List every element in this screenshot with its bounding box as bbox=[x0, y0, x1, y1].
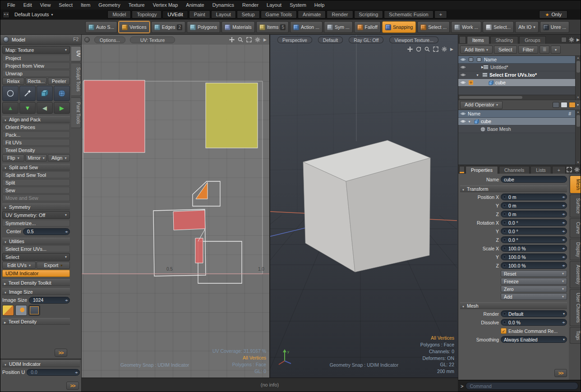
uv-canvas[interactable]: 0.5 1.0 UV Coverage: 31.9167 %All Vertic… bbox=[82, 45, 269, 378]
magnifier-icon[interactable] bbox=[238, 37, 243, 42]
cube-tool-icon[interactable] bbox=[37, 86, 53, 101]
channel-dot-icon[interactable] bbox=[503, 312, 506, 315]
toolbar-button[interactable]: Materials bbox=[221, 21, 255, 33]
uv-symmetry-dropdown[interactable]: UV Symmetry: Off bbox=[2, 211, 70, 219]
unwrap-button[interactable]: Peeler bbox=[48, 78, 70, 85]
menu-item[interactable]: View bbox=[36, 0, 55, 9]
channel-input[interactable]: 100.0 % bbox=[501, 245, 567, 252]
grid-map-icon[interactable] bbox=[28, 305, 40, 316]
properties-side-tab[interactable]: Assembly bbox=[570, 261, 581, 288]
toolbar-button[interactable]: Select ... bbox=[417, 21, 450, 33]
toolbar-button[interactable]: Edges 2 bbox=[151, 21, 185, 33]
layout-tab[interactable]: Animate bbox=[298, 10, 326, 18]
layout-tab[interactable]: Layout bbox=[211, 10, 236, 18]
tab-stub-icon[interactable] bbox=[459, 166, 465, 174]
eye-icon[interactable] bbox=[460, 73, 466, 77]
layout-tab[interactable]: Schematic Fusion bbox=[384, 10, 433, 18]
hamburger-menu-icon[interactable] bbox=[540, 46, 549, 54]
spinner-arrows-icon[interactable] bbox=[562, 246, 565, 250]
scroll-down-icon[interactable]: ▼ bbox=[577, 96, 580, 100]
channel-input[interactable]: 0.0 ° bbox=[501, 219, 567, 226]
spinner-arrows-icon[interactable] bbox=[562, 238, 565, 242]
add-item-dropdown[interactable]: Add Item bbox=[460, 46, 493, 54]
properties-side-tab[interactable]: Surface bbox=[570, 194, 581, 217]
mesh-op-row-cube[interactable]: cube bbox=[458, 118, 575, 125]
edit-uvs-dropdown[interactable]: Edit UVs bbox=[2, 262, 36, 269]
transform-dropdown[interactable]: Mirror bbox=[25, 154, 47, 161]
select-error-uvs-button[interactable]: Select Error UVs... bbox=[2, 245, 70, 252]
right-panel-tab[interactable]: Items bbox=[467, 36, 489, 44]
filter-button[interactable]: Filter bbox=[518, 46, 538, 54]
split-sew-button[interactable]: Split and Sew Tool bbox=[2, 171, 70, 178]
channel-input[interactable]: 0 m bbox=[501, 202, 567, 209]
toolbar-button[interactable]: Work ... bbox=[451, 21, 481, 33]
menu-item[interactable]: Layout bbox=[263, 0, 286, 9]
split-sew-button[interactable]: Move and Sew bbox=[2, 194, 70, 201]
layout-tab[interactable]: Model bbox=[107, 10, 131, 18]
spinner-arrows-icon[interactable] bbox=[75, 370, 78, 374]
sphere-grid-tool-icon[interactable] bbox=[54, 86, 70, 101]
properties-side-tab[interactable]: Tags bbox=[570, 327, 581, 344]
channel-input[interactable]: 100.0 % bbox=[501, 254, 567, 260]
channel-dot-icon[interactable] bbox=[503, 255, 506, 258]
stack-icon[interactable] bbox=[561, 37, 567, 42]
align-pack-button[interactable]: Pack... bbox=[2, 131, 70, 138]
layout-tab[interactable]: UVEdit bbox=[162, 10, 188, 18]
item-row-scene-file[interactable]: Select Error UVs.lxo* bbox=[458, 71, 575, 79]
position-u-input[interactable]: 0.0 bbox=[27, 369, 80, 376]
texel-density-section[interactable]: Texel Density bbox=[2, 318, 70, 325]
spinner-arrows-icon[interactable] bbox=[562, 203, 565, 208]
shift-down-arrow-icon[interactable] bbox=[19, 102, 36, 114]
align-pack-button[interactable]: Texel Density bbox=[2, 147, 70, 153]
transform-action-dropdown[interactable]: Add bbox=[501, 293, 567, 300]
symmetry-section[interactable]: Symmetry bbox=[2, 203, 70, 210]
toolbar-button[interactable]: Action ... bbox=[290, 21, 323, 33]
transform-dropdown[interactable]: Flip bbox=[2, 154, 24, 161]
layout-tab[interactable]: Setup bbox=[237, 10, 260, 18]
preset-view-icon[interactable] bbox=[561, 102, 567, 108]
udim-panel-header[interactable]: UDIM Indicator bbox=[2, 360, 80, 367]
more-options-button[interactable]: >> bbox=[66, 382, 79, 390]
wand-tool-icon[interactable] bbox=[19, 86, 36, 101]
smoothing-dropdown[interactable]: Always Enabled bbox=[501, 336, 567, 343]
more-options-button[interactable]: >> bbox=[55, 349, 67, 357]
channel-dot-icon[interactable] bbox=[503, 221, 506, 224]
spinner-arrows-icon[interactable] bbox=[65, 230, 68, 234]
gear-icon[interactable] bbox=[442, 46, 447, 52]
expand-viewport-icon[interactable] bbox=[246, 37, 252, 42]
center-input[interactable]: 0.5 bbox=[23, 228, 70, 235]
toolbar-button[interactable]: Afx IO ▾ bbox=[515, 21, 539, 33]
mesh-ops-header[interactable]: Name # bbox=[458, 110, 575, 118]
transform-dropdown[interactable]: Align bbox=[48, 154, 70, 161]
orbit-icon[interactable] bbox=[416, 46, 421, 52]
expand-viewport-icon[interactable] bbox=[567, 167, 572, 172]
channel-dot-icon[interactable] bbox=[503, 238, 506, 241]
pan-icon[interactable] bbox=[229, 37, 235, 42]
add-operator-dropdown[interactable]: Add Operator bbox=[460, 101, 503, 109]
udim-indicator-button[interactable]: UDIM Indicator bbox=[2, 270, 70, 277]
3d-viewport-tab[interactable]: Ray GL: Off bbox=[349, 37, 383, 43]
only-button[interactable]: Only bbox=[539, 10, 567, 18]
channel-dot-icon[interactable] bbox=[503, 264, 506, 267]
3d-viewport[interactable]: PerspectiveDefaultRay GL: OffViewport Te… bbox=[270, 35, 458, 378]
vertical-scrollbar[interactable]: ▲ ▼ bbox=[575, 110, 581, 165]
magnifier-icon[interactable] bbox=[424, 46, 430, 52]
eye-icon[interactable] bbox=[460, 120, 466, 123]
menu-item[interactable]: System bbox=[286, 0, 310, 9]
spinner-arrows-icon[interactable] bbox=[562, 229, 565, 233]
toolbar-button[interactable]: Polygons bbox=[187, 21, 220, 33]
scroll-down-icon[interactable]: ▼ bbox=[577, 161, 580, 165]
eye-icon[interactable] bbox=[460, 81, 466, 84]
udim-map-icon[interactable] bbox=[15, 305, 27, 316]
render-dropdown[interactable]: Default bbox=[501, 310, 567, 317]
channel-dot-icon[interactable] bbox=[503, 321, 506, 324]
enable-command-checkbox[interactable] bbox=[501, 328, 507, 334]
uv-map-tab[interactable]: UV: Texture bbox=[130, 37, 175, 43]
channel-dot-icon[interactable] bbox=[503, 195, 506, 198]
align-pack-section[interactable]: Align and Pack bbox=[2, 116, 70, 123]
toolbox-header[interactable]: Model F2 bbox=[0, 35, 81, 45]
toolbar-button[interactable]: Vertices bbox=[119, 21, 149, 33]
item-row-untitled[interactable]: Untitled* bbox=[458, 64, 575, 71]
split-sew-button[interactable]: Sew bbox=[2, 187, 70, 194]
right-panel-tab[interactable]: Groups bbox=[519, 36, 545, 44]
